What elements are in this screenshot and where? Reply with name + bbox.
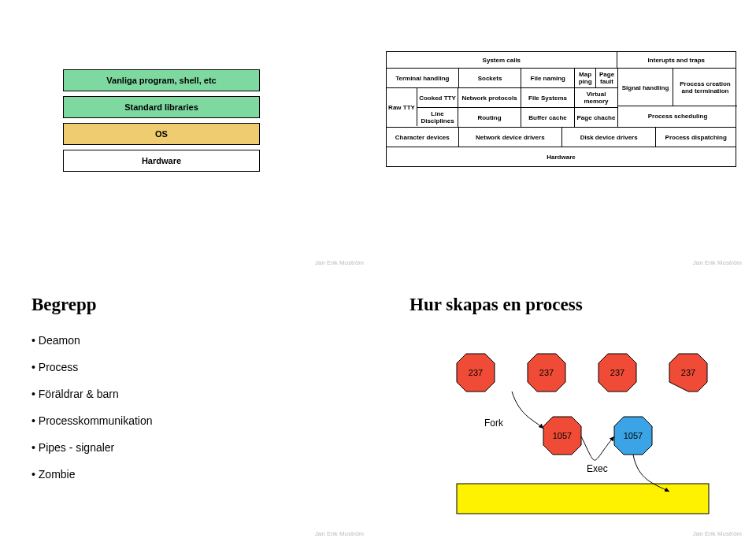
pid-label: 237	[681, 368, 695, 377]
list-item: Pipes - signaler	[32, 441, 153, 454]
child-process-exec: 1057	[614, 417, 652, 455]
cell-line-disciplines: Line Disciplines	[417, 108, 458, 127]
cell-network-protocols: Network protocols	[458, 88, 521, 107]
fork-label: Fork	[484, 418, 504, 429]
cell-buffer-cache: Buffer cache	[521, 108, 575, 127]
list-item: Zombie	[32, 468, 153, 481]
cell-page-fault: Page fault	[596, 69, 617, 87]
cell-file-systems: File Systems	[521, 88, 575, 107]
list-item: Processkommunikation	[32, 414, 153, 427]
cell-interrupts: Interupts and traps	[617, 52, 736, 68]
parent-process: 237	[457, 354, 495, 392]
parent-process: 237	[528, 354, 565, 392]
cell-virtual-memory: Virtual memory	[575, 88, 617, 107]
cell-cooked-tty: Cooked TTY	[417, 88, 458, 107]
cell-routing: Routing	[458, 108, 521, 127]
layer-stack: Vanliga program, shell, etc Standard lib…	[63, 69, 260, 176]
fork-arrow	[512, 392, 543, 429]
pid-label: 1057	[624, 431, 643, 440]
pid-label: 1057	[553, 431, 572, 440]
list-item: Föräldrar & barn	[32, 388, 153, 400]
cell-raw-tty: Raw TTY	[387, 88, 417, 126]
cell-process-dispatching: Process dispatching	[656, 128, 736, 147]
slide-attribution: Jan Erik Moström	[693, 259, 742, 266]
concept-list: Deamon Process Föräldrar & barn Processk…	[32, 334, 153, 495]
cell-hardware: Hardware	[387, 147, 736, 166]
slide-title: Begrepp	[32, 295, 97, 315]
layer-hardware: Hardware	[63, 150, 260, 172]
exec-arrow	[581, 436, 614, 460]
region	[457, 484, 709, 514]
child-process: 1057	[543, 417, 581, 455]
table-row: Character devices Network device drivers…	[387, 128, 736, 147]
cell-network-drivers: Network device drivers	[459, 128, 562, 147]
cell-syscalls: System calls	[387, 52, 617, 68]
parent-process: 237	[598, 354, 636, 392]
slide-attribution: Jan Erik Moström	[315, 530, 364, 537]
cell-char-devices: Character devices	[387, 128, 459, 147]
cell-file-naming: File naming	[521, 69, 575, 87]
table-row: Hardware	[387, 147, 736, 166]
layer-os: OS	[63, 123, 260, 145]
exec-label: Exec	[587, 463, 608, 474]
list-item: Deamon	[32, 334, 153, 347]
table-row: System calls Interupts and traps	[387, 52, 736, 69]
process-diagram: 237 237 237 237 1057 1057 Fork Exec	[410, 330, 724, 519]
cell-sockets: Sockets	[459, 69, 522, 87]
layer-apps: Vanliga program, shell, etc	[63, 69, 260, 91]
pid-label: 237	[610, 368, 624, 377]
slide-attribution: Jan Erik Moström	[693, 530, 742, 537]
parent-process: 237	[669, 354, 707, 392]
cell-terminal-handling: Terminal handling	[387, 69, 459, 87]
slide-title: Hur skapas en process	[410, 295, 583, 315]
cell-disk-drivers: Disk device drivers	[562, 128, 656, 147]
cell-process-creation: Process creation and termination	[673, 69, 737, 106]
layer-stdlib: Standard libraries	[63, 96, 260, 118]
cell-page-cache: Page chache	[575, 108, 617, 127]
cell-process-scheduling: Process scheduling	[618, 106, 737, 125]
list-item: Process	[32, 361, 153, 373]
pid-label: 237	[539, 368, 554, 377]
cell-signal-handling: Signal handling	[618, 69, 673, 106]
pid-label: 237	[469, 368, 483, 377]
slide-attribution: Jan Erik Moström	[315, 259, 364, 266]
cell-mapping: Map ping	[575, 69, 596, 87]
os-structure-table: System calls Interupts and traps Termina…	[386, 51, 736, 167]
